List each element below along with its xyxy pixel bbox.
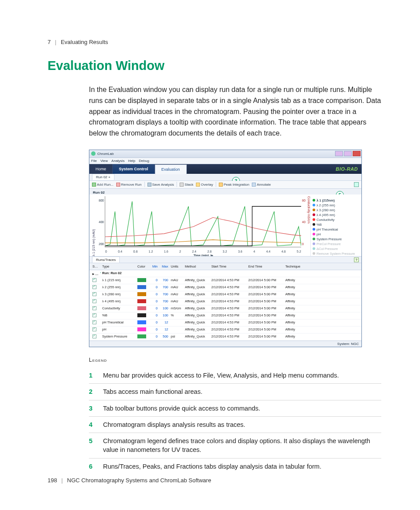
- legend-dot-icon: [313, 242, 315, 245]
- color-swatch[interactable]: [137, 299, 146, 303]
- color-swatch[interactable]: [137, 306, 146, 310]
- show-checkbox[interactable]: [92, 334, 96, 338]
- color-swatch[interactable]: [137, 278, 146, 282]
- legend-dot-icon: [313, 247, 315, 250]
- nav-system-control[interactable]: System Control: [113, 164, 155, 174]
- remove-run-button[interactable]: Remove Run: [116, 183, 142, 187]
- color-swatch[interactable]: [137, 334, 146, 338]
- table-row[interactable]: %B0100%Affinity_Quick2/12/2014 4:53 PM2/…: [89, 312, 361, 319]
- chromatogram: λ 1 (215 nm) (mAU) 800 400 200: [89, 194, 361, 256]
- legend-item[interactable]: %B: [313, 222, 357, 227]
- menu-analysis[interactable]: Analysis: [111, 159, 125, 163]
- save-analysis-button[interactable]: Save Analysis: [147, 183, 174, 187]
- legend-item[interactable]: ΔCol Pressure: [313, 246, 357, 251]
- legend-item[interactable]: λ 2 (255 nm): [313, 203, 357, 208]
- legend-dot-icon: [313, 223, 315, 226]
- help-icon[interactable]: ?: [354, 257, 359, 262]
- show-checkbox[interactable]: [92, 313, 96, 317]
- color-swatch[interactable]: [137, 320, 146, 324]
- page-footer: 198 | NGC Chromatography Systems and Chr…: [48, 477, 211, 484]
- nav-home[interactable]: Home: [89, 164, 113, 174]
- table-row[interactable]: pH012Affinity_Quick2/12/2014 4:53 PM2/12…: [89, 327, 361, 334]
- maximize-button[interactable]: [344, 151, 352, 156]
- legend-dot-icon: [313, 218, 315, 221]
- menu-help[interactable]: Help: [128, 159, 135, 163]
- table-row[interactable]: λ 4 (495 nm)0700mAUAffinity_Quick2/12/20…: [89, 298, 361, 305]
- y-axis-right-ticks: 80 40 0: [301, 196, 307, 256]
- legend-item[interactable]: PreCol Pressure: [313, 242, 357, 246]
- trace-tabs: Runs/Traces ?: [89, 256, 361, 263]
- run-tabs: Run 02 ×: [89, 174, 361, 181]
- color-swatch[interactable]: [137, 285, 146, 289]
- table-row[interactable]: Conductivity0100mS/cmAffinity_Quick2/12/…: [89, 305, 361, 312]
- legend-row: 5Chromatogram legend defines trace color…: [89, 433, 381, 459]
- legend-number: 2: [89, 387, 95, 396]
- show-checkbox[interactable]: [92, 292, 96, 296]
- show-checkbox[interactable]: [92, 285, 96, 289]
- toolbar: Add Run... Remove Run Save Analysis Stac…: [89, 181, 361, 189]
- overlay-button[interactable]: Overlay: [196, 183, 213, 187]
- legend-number: 6: [89, 462, 95, 471]
- legend-dot-icon: [313, 209, 315, 211]
- plus-icon: [92, 183, 96, 187]
- chapter-title: Evaluating Results: [61, 39, 108, 45]
- show-checkbox[interactable]: [92, 306, 96, 310]
- legend-text: Tab toolbar buttons provide quick access…: [103, 404, 381, 413]
- table-row[interactable]: pH Theoretical012Affinity_Quick2/12/2014…: [89, 319, 361, 327]
- peak-integration-button[interactable]: Peak Integration: [219, 183, 249, 187]
- legend-dot-icon: [313, 233, 315, 235]
- color-swatch[interactable]: [137, 327, 146, 331]
- legend-row: 1Menu bar provides quick access to File,…: [89, 367, 381, 384]
- menu-view[interactable]: View: [100, 159, 108, 163]
- table-row[interactable]: λ 3 (280 nm)0700mAUAffinity_Quick2/12/20…: [89, 291, 361, 298]
- chromatogram-plot[interactable]: 00.4 0.81.2 1.62 2.42.8 3.23.6 44.4 4.85…: [105, 196, 301, 247]
- table-row[interactable]: λ 1 (215 nm)0700mAUAffinity_Quick2/12/20…: [89, 277, 361, 284]
- legend-item[interactable]: Conductivity: [313, 217, 357, 222]
- show-checkbox[interactable]: [92, 320, 96, 324]
- show-checkbox[interactable]: [92, 299, 96, 303]
- color-swatch[interactable]: [137, 313, 146, 317]
- legend-row: 2Tabs access main functional areas.: [89, 384, 381, 400]
- legend-row: 6Runs/Traces, Peaks, and Fractions tabs …: [89, 459, 381, 474]
- nav-evaluation[interactable]: Evaluation: [155, 165, 187, 174]
- legend-dot-icon: [313, 228, 315, 231]
- show-checkbox[interactable]: [92, 327, 96, 331]
- menu-debug[interactable]: Debug: [139, 159, 149, 163]
- legend-text: Chromatogram legend defines trace colors…: [103, 437, 381, 455]
- legend-item[interactable]: System Pressure: [313, 237, 357, 242]
- window-titlebar: ChromLab: [89, 150, 361, 158]
- legend-item[interactable]: Remove System Pressure: [313, 251, 357, 256]
- legend-caption: Legend: [89, 357, 381, 363]
- x-axis-ticks: 00.4 0.81.2 1.62 2.42.8 3.23.6 44.4 4.85…: [105, 250, 301, 253]
- add-run-button[interactable]: Add Run...: [92, 183, 114, 187]
- y-axis-left-label: λ 1 (215 nm) (mAU): [92, 196, 95, 256]
- table-row[interactable]: λ 2 (255 nm)0700mAUAffinity_Quick2/12/20…: [89, 284, 361, 291]
- run-tab[interactable]: Run 02 ×: [92, 174, 114, 180]
- save-icon[interactable]: [354, 182, 359, 187]
- annotate-icon: [252, 183, 256, 187]
- table-row[interactable]: System Pressure0500psiAffinity_Quick2/12…: [89, 334, 361, 341]
- show-checkbox[interactable]: [92, 278, 96, 282]
- main-nav: Home System Control Evaluation BIO-RAD: [89, 164, 361, 174]
- peak-icon: [219, 183, 223, 187]
- legend-list: 1Menu bar provides quick access to File,…: [89, 367, 381, 474]
- legend-text: Runs/Traces, Peaks, and Fractions tabs d…: [103, 462, 381, 471]
- stack-button[interactable]: Stack: [180, 183, 193, 187]
- minimize-button[interactable]: [335, 151, 343, 156]
- legend-dot-icon: [313, 213, 315, 216]
- legend-dot-icon: [313, 238, 315, 240]
- color-swatch[interactable]: [137, 292, 146, 296]
- menu-file[interactable]: File: [91, 159, 97, 163]
- legend-item[interactable]: pH Theoretical: [313, 227, 357, 232]
- legend-number: 3: [89, 404, 95, 413]
- legend-item[interactable]: λ 4 (495 nm): [313, 213, 357, 217]
- legend-text: Menu bar provides quick access to File, …: [103, 371, 381, 380]
- annotate-button[interactable]: Annotate: [252, 183, 271, 187]
- legend-item[interactable]: λ 3 (280 nm): [313, 208, 357, 213]
- close-button[interactable]: [353, 151, 361, 156]
- legend-text: Tabs access main functional areas.: [103, 387, 381, 396]
- traces-tab[interactable]: Runs/Traces: [92, 257, 120, 263]
- brand-logo: BIO-RAD: [335, 164, 358, 174]
- legend-row: 3Tab toolbar buttons provide quick acces…: [89, 400, 381, 417]
- legend-item[interactable]: pH: [313, 232, 357, 237]
